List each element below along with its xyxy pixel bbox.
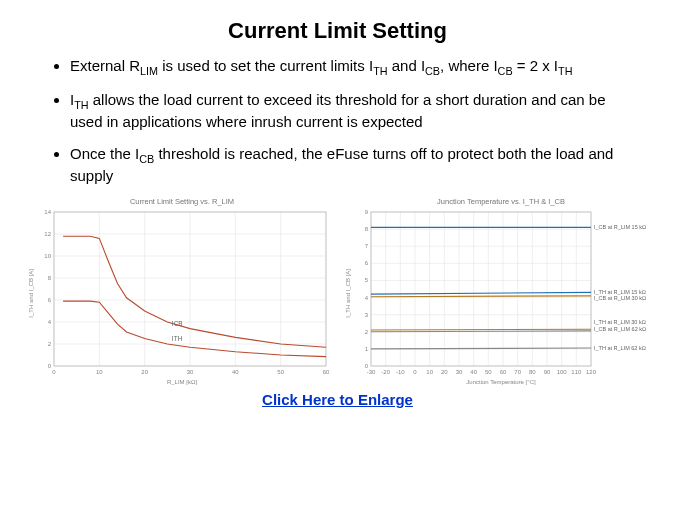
svg-text:4: 4 — [365, 295, 369, 301]
bullet-item: External RLIM is used to set the current… — [70, 56, 627, 78]
svg-text:9: 9 — [365, 209, 369, 215]
svg-text:50: 50 — [277, 369, 284, 375]
svg-text:10: 10 — [426, 369, 433, 375]
svg-text:4: 4 — [48, 319, 52, 325]
chart-right: Junction Temperature vs. I_TH & I_CB I_T… — [345, 197, 657, 385]
svg-text:3: 3 — [365, 312, 369, 318]
svg-text:1: 1 — [365, 346, 369, 352]
svg-text:50: 50 — [485, 369, 492, 375]
svg-text:6: 6 — [365, 260, 369, 266]
subscript: TH — [74, 99, 88, 111]
svg-text:14: 14 — [44, 209, 51, 215]
text: allows the load current to exceed its th… — [70, 91, 606, 130]
svg-text:120: 120 — [586, 369, 597, 375]
svg-text:I_TH at R_LIM 30 kΩ: I_TH at R_LIM 30 kΩ — [594, 319, 646, 325]
svg-text:20: 20 — [441, 369, 448, 375]
svg-text:10: 10 — [96, 369, 103, 375]
svg-text:30: 30 — [456, 369, 463, 375]
svg-text:ITH: ITH — [172, 335, 183, 342]
svg-text:2: 2 — [48, 341, 52, 347]
svg-text:40: 40 — [232, 369, 239, 375]
svg-text:10: 10 — [44, 253, 51, 259]
svg-text:6: 6 — [48, 297, 52, 303]
svg-text:0: 0 — [48, 363, 52, 369]
svg-text:0: 0 — [413, 369, 417, 375]
svg-text:I_TH at R_LIM 62 kΩ: I_TH at R_LIM 62 kΩ — [594, 345, 646, 351]
text: is used to set the current limits I — [158, 57, 373, 74]
svg-text:I_CB at R_LIM 15 kΩ: I_CB at R_LIM 15 kΩ — [594, 224, 646, 230]
svg-text:60: 60 — [323, 369, 330, 375]
chart-svg: 0123456789-30-20-10010203040506070809010… — [353, 208, 653, 378]
svg-text:-20: -20 — [381, 369, 390, 375]
bullet-item: Once the ICB threshold is reached, the e… — [70, 144, 627, 186]
svg-text:100: 100 — [557, 369, 568, 375]
svg-text:I_CB at R_LIM 30 kΩ: I_CB at R_LIM 30 kΩ — [594, 296, 646, 302]
text: , where I — [440, 57, 498, 74]
chart-svg: 024681012140102030405060ICBITH — [36, 208, 332, 378]
enlarge-link-wrap: Click Here to Enlarge — [0, 391, 675, 409]
bullet-item: ITH allows the load current to exceed it… — [70, 90, 627, 132]
svg-text:80: 80 — [529, 369, 536, 375]
svg-text:-30: -30 — [367, 369, 376, 375]
subscript: LIM — [140, 65, 158, 77]
svg-text:5: 5 — [365, 278, 369, 284]
bullet-list: External RLIM is used to set the current… — [0, 56, 675, 185]
chart-ylabel: I_TH and I_CB [A] — [345, 269, 351, 318]
svg-text:8: 8 — [48, 275, 52, 281]
svg-text:2: 2 — [365, 329, 369, 335]
subscript: CB — [425, 65, 440, 77]
svg-rect-85 — [371, 212, 591, 366]
subscript: TH — [558, 65, 572, 77]
charts-row: Current Limit Setting vs. R_LIM I_TH and… — [0, 197, 675, 385]
chart-xlabel: R_LIM [kΩ] — [28, 379, 336, 385]
svg-text:60: 60 — [500, 369, 507, 375]
text: External R — [70, 57, 140, 74]
chart-left: Current Limit Setting vs. R_LIM I_TH and… — [28, 197, 336, 385]
enlarge-link[interactable]: Click Here to Enlarge — [262, 391, 413, 408]
svg-text:20: 20 — [141, 369, 148, 375]
text: = 2 x I — [513, 57, 558, 74]
svg-text:110: 110 — [571, 369, 582, 375]
svg-text:8: 8 — [365, 226, 369, 232]
svg-text:40: 40 — [470, 369, 477, 375]
chart-ylabel: I_TH and I_CB [A] — [28, 269, 34, 318]
svg-text:7: 7 — [365, 243, 369, 249]
subscript: CB — [498, 65, 513, 77]
svg-text:90: 90 — [544, 369, 551, 375]
svg-text:I_CB at R_LIM 62 kΩ: I_CB at R_LIM 62 kΩ — [594, 326, 646, 332]
svg-text:ICB: ICB — [172, 320, 183, 327]
text: and I — [388, 57, 426, 74]
chart-title: Current Limit Setting vs. R_LIM — [28, 197, 336, 206]
subscript: CB — [139, 153, 154, 165]
subscript: TH — [373, 65, 387, 77]
svg-text:0: 0 — [52, 369, 56, 375]
svg-text:70: 70 — [514, 369, 521, 375]
text: Once the I — [70, 145, 139, 162]
svg-text:30: 30 — [187, 369, 194, 375]
page-title: Current Limit Setting — [0, 0, 675, 56]
chart-title: Junction Temperature vs. I_TH & I_CB — [345, 197, 657, 206]
svg-text:-10: -10 — [396, 369, 405, 375]
svg-text:12: 12 — [44, 231, 51, 237]
chart-xlabel: Junction Temperature [°C] — [345, 379, 657, 385]
svg-text:I_TH at R_LIM 15 kΩ: I_TH at R_LIM 15 kΩ — [594, 289, 646, 295]
